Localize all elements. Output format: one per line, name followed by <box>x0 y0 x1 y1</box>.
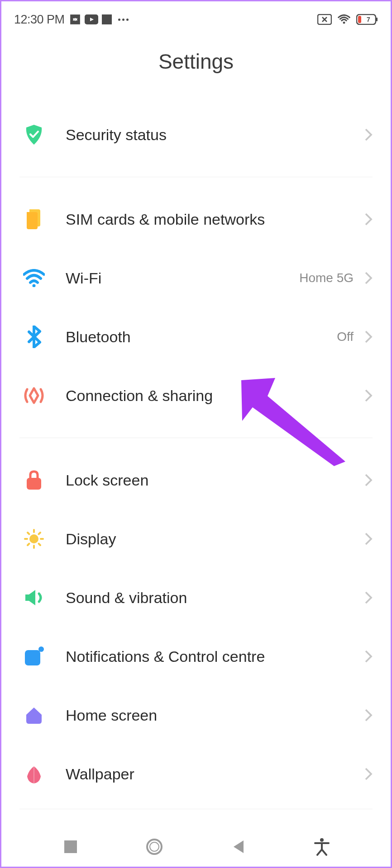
settings-row-label: Bluetooth <box>66 328 337 346</box>
svg-point-9 <box>33 284 36 288</box>
svg-line-18 <box>28 544 29 546</box>
notification-tile-icon <box>22 645 46 668</box>
settings-row-sound[interactable]: Sound & vibration <box>1 568 391 627</box>
shield-check-icon <box>22 123 46 146</box>
settings-row-label: Notifications & Control centre <box>66 648 364 665</box>
chevron-right-icon <box>364 708 373 722</box>
youtube-icon <box>85 14 98 24</box>
status-right: 7 <box>317 14 378 25</box>
nav-back-button[interactable] <box>227 835 249 858</box>
settings-row-label: Wallpaper <box>66 765 364 783</box>
group-divider <box>19 177 373 177</box>
svg-point-24 <box>150 842 159 851</box>
speaker-icon <box>22 586 46 609</box>
status-left: 12:30 PM <box>14 13 129 27</box>
settings-row-security-status[interactable]: Security status <box>1 105 391 164</box>
no-sim-icon <box>317 14 332 25</box>
chevron-right-icon <box>364 389 373 402</box>
settings-row-connection-sharing[interactable]: Connection & sharing <box>1 366 391 425</box>
sim-card-icon <box>22 208 46 231</box>
svg-line-16 <box>28 533 29 534</box>
settings-row-wallpaper[interactable]: Wallpaper <box>1 745 391 803</box>
svg-line-17 <box>39 544 41 546</box>
chevron-right-icon <box>364 591 373 604</box>
settings-row-label: SIM cards & mobile networks <box>66 211 364 228</box>
chevron-right-icon <box>364 532 373 546</box>
nav-accessibility-button[interactable] <box>311 835 333 858</box>
settings-group-1: SIM cards & mobile networks Wi-Fi Home 5… <box>1 190 391 425</box>
svg-rect-6 <box>376 18 378 21</box>
settings-row-label: Connection & sharing <box>66 387 364 405</box>
connection-sharing-icon <box>22 384 46 407</box>
settings-row-sim[interactable]: SIM cards & mobile networks <box>1 190 391 249</box>
settings-row-label: Security status <box>66 126 364 144</box>
status-notification-icons <box>69 14 129 25</box>
settings-row-lock-screen[interactable]: Lock screen <box>1 451 391 509</box>
chevron-right-icon <box>364 650 373 663</box>
svg-point-11 <box>29 534 38 543</box>
svg-rect-7 <box>358 16 361 23</box>
settings-row-label: Lock screen <box>66 472 364 489</box>
settings-row-display[interactable]: Display <box>1 509 391 568</box>
chevron-right-icon <box>364 271 373 285</box>
group-divider <box>19 809 373 809</box>
svg-rect-22 <box>64 840 77 853</box>
settings-row-value: Off <box>337 330 354 344</box>
settings-row-label: Wi-Fi <box>66 269 299 287</box>
settings-group-0: Security status <box>1 105 391 164</box>
nav-recent-button[interactable] <box>59 835 82 858</box>
chevron-right-icon <box>364 212 373 226</box>
status-bar: 12:30 PM 7 <box>1 1 391 33</box>
chevron-right-icon <box>364 473 373 487</box>
svg-point-21 <box>38 646 44 652</box>
svg-point-4 <box>343 22 345 24</box>
group-divider <box>19 438 373 438</box>
page-title: Settings <box>1 49 391 74</box>
settings-group-2: Lock screen Display Sound & vibration No… <box>1 451 391 803</box>
more-notifications-icon <box>118 19 129 21</box>
svg-point-25 <box>320 838 324 842</box>
settings-row-label: Sound & vibration <box>66 589 364 607</box>
settings-row-wifi[interactable]: Wi-Fi Home 5G <box>1 249 391 307</box>
settings-row-notifications[interactable]: Notifications & Control centre <box>1 627 391 686</box>
wallpaper-icon <box>22 762 46 786</box>
navigation-bar <box>1 827 391 867</box>
svg-rect-0 <box>70 14 80 24</box>
wifi-icon <box>337 14 351 25</box>
svg-point-23 <box>147 840 162 854</box>
settings-row-value: Home 5G <box>299 271 354 285</box>
svg-rect-2 <box>102 14 112 24</box>
svg-rect-10 <box>27 478 41 490</box>
settings-row-bluetooth[interactable]: Bluetooth Off <box>1 307 391 366</box>
sync-icon <box>69 14 81 25</box>
chevron-right-icon <box>364 330 373 344</box>
svg-rect-20 <box>25 650 40 665</box>
svg-line-19 <box>39 533 41 534</box>
chevron-right-icon <box>364 767 373 781</box>
brightness-icon <box>22 527 46 551</box>
settings-row-label: Home screen <box>66 707 364 724</box>
settings-row-label: Display <box>66 530 364 548</box>
lock-icon <box>22 468 46 492</box>
bluetooth-icon <box>22 325 46 349</box>
battery-icon: 7 <box>356 14 378 25</box>
home-icon <box>22 703 46 727</box>
svg-text:7: 7 <box>367 16 370 23</box>
nav-home-button[interactable] <box>143 835 166 858</box>
page-header: Settings <box>1 33 391 105</box>
chevron-right-icon <box>364 128 373 142</box>
wifi-icon <box>22 266 46 290</box>
status-time: 12:30 PM <box>14 13 65 27</box>
settings-row-home-screen[interactable]: Home screen <box>1 686 391 745</box>
square-icon <box>102 14 112 24</box>
